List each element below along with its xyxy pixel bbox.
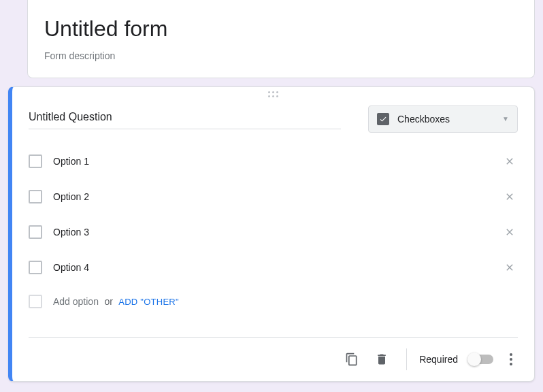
question-title-input[interactable]: Untitled Question bbox=[29, 105, 341, 129]
checkbox-icon bbox=[29, 261, 42, 274]
form-description[interactable]: Form description bbox=[44, 50, 518, 61]
form-title[interactable]: Untitled form bbox=[44, 15, 518, 44]
option-row: Option 2 bbox=[29, 182, 518, 212]
form-header-card: Untitled form Form description bbox=[27, 0, 535, 78]
question-footer: Required bbox=[29, 337, 518, 381]
checkbox-icon bbox=[29, 225, 42, 239]
option-row: Option 4 bbox=[29, 252, 518, 282]
checkbox-icon bbox=[29, 154, 42, 168]
question-card: Untitled Question Checkboxes ▼ Option 1 … bbox=[8, 86, 535, 382]
required-toggle[interactable] bbox=[469, 355, 493, 364]
add-other-button[interactable]: ADD "OTHER" bbox=[118, 297, 179, 307]
chevron-down-icon: ▼ bbox=[502, 115, 509, 122]
option-label[interactable]: Option 1 bbox=[53, 156, 491, 167]
option-row: Option 1 bbox=[29, 146, 518, 176]
option-label[interactable]: Option 3 bbox=[53, 227, 491, 238]
add-option-row: Add option or ADD "OTHER" bbox=[29, 288, 518, 315]
divider bbox=[406, 348, 407, 370]
option-label[interactable]: Option 4 bbox=[53, 262, 491, 273]
close-icon[interactable] bbox=[501, 224, 518, 240]
checkbox-icon bbox=[377, 113, 389, 125]
add-option-button[interactable]: Add option bbox=[53, 296, 99, 307]
delete-button[interactable] bbox=[369, 347, 394, 372]
option-label[interactable]: Option 2 bbox=[53, 191, 491, 202]
checkbox-icon bbox=[29, 190, 42, 203]
close-icon[interactable] bbox=[501, 259, 518, 276]
checkbox-icon bbox=[29, 295, 42, 308]
required-label: Required bbox=[419, 354, 458, 365]
question-type-label: Checkboxes bbox=[397, 114, 494, 125]
question-type-selector[interactable]: Checkboxes ▼ bbox=[368, 105, 518, 133]
or-label: or bbox=[104, 296, 112, 307]
drag-handle[interactable] bbox=[12, 87, 534, 100]
more-options-button[interactable] bbox=[504, 348, 518, 371]
duplicate-button[interactable] bbox=[340, 347, 364, 372]
close-icon[interactable] bbox=[501, 153, 518, 169]
close-icon[interactable] bbox=[501, 189, 518, 205]
option-row: Option 3 bbox=[29, 217, 518, 247]
options-list: Option 1 Option 2 Option 3 Option 4 bbox=[12, 133, 534, 321]
question-header: Untitled Question Checkboxes ▼ bbox=[12, 100, 534, 133]
